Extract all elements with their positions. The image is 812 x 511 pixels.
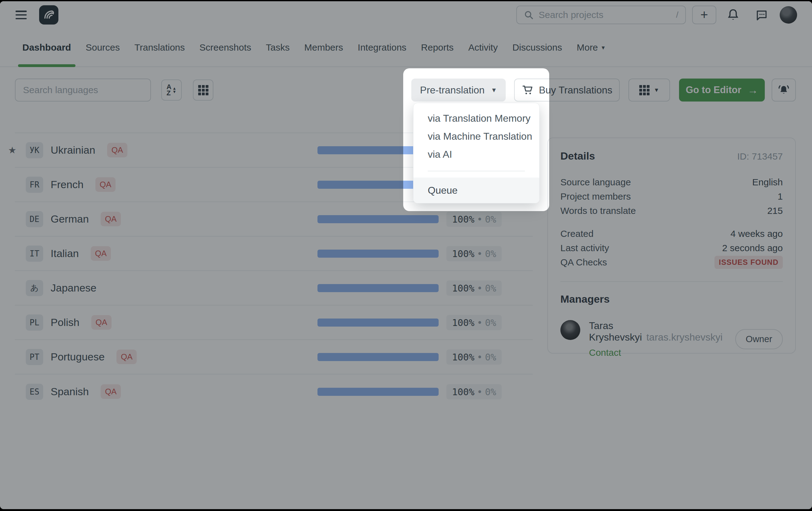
user-avatar[interactable] (780, 6, 797, 24)
watch-project-button[interactable] (772, 79, 796, 101)
crowdin-logo[interactable] (39, 5, 58, 25)
details-rows-top: Source language English Project members … (560, 175, 783, 218)
app-window: / + Dashboard Sources (0, 1, 812, 509)
approved-percent: 0% (485, 248, 496, 259)
menu-items: via Translation Memory via Machine Trans… (413, 109, 539, 163)
details-row: Words to translate 215 (560, 204, 783, 218)
nav-tab[interactable]: Tasks (266, 29, 290, 66)
translated-percent: 100% (452, 248, 474, 259)
qa-issues-badge[interactable]: QA (100, 212, 121, 226)
translation-progress-bar (317, 284, 439, 292)
details-rows-bottom: Created 4 weeks ago Last activity 2 seco… (560, 227, 783, 269)
chevron-down-icon: ▾ (602, 44, 605, 51)
search-projects-input[interactable] (539, 10, 676, 20)
dashboard-toolbar: AZ ▲▼ Pre-translation ▼ Buy Translations… (0, 79, 812, 101)
grid-view-button[interactable] (193, 80, 213, 100)
progress-percent-label: 100%•0% (446, 280, 502, 296)
manager-name[interactable]: Taras Kryshevskyi (589, 320, 642, 343)
translation-progress-bar (317, 353, 439, 361)
details-row: Last activity 2 seconds ago (560, 241, 783, 255)
manager-handle: taras.kryshevskyi (646, 332, 723, 343)
language-row[interactable]: DE German QA 100%•0% (15, 202, 533, 237)
grid-icon (198, 85, 208, 95)
cart-icon (522, 84, 533, 96)
search-icon (524, 10, 534, 20)
pre-translation-button[interactable]: Pre-translation ▼ (411, 79, 506, 101)
hamburger-menu-icon[interactable] (16, 10, 27, 19)
contact-link[interactable]: Contact (589, 348, 621, 358)
bell-ring-icon (777, 84, 790, 96)
menu-item[interactable]: via Translation Memory (413, 109, 539, 127)
manager-row: Taras Kryshevskyitaras.kryshevskyi Conta… (560, 320, 783, 358)
language-name: Ukrainian (51, 144, 95, 156)
chevron-down-icon: ▼ (654, 87, 660, 93)
progress-percent-label: 100%•0% (446, 315, 502, 330)
menu-item[interactable]: via Machine Translation (413, 127, 539, 145)
language-row[interactable]: ES Spanish QA 100%•0% (15, 374, 533, 409)
top-bar: / + (0, 1, 812, 29)
nav-tab[interactable]: Screenshots (199, 29, 251, 66)
language-name: Portuguese (51, 351, 105, 363)
buy-translations-button[interactable]: Buy Translations (514, 79, 620, 101)
owner-role-button[interactable]: Owner (735, 329, 783, 349)
nav-tab[interactable]: More ▾ (577, 29, 605, 66)
arrow-right-icon: → (748, 84, 758, 96)
nav-tab[interactable]: Dashboard (22, 29, 71, 66)
panel-divider (560, 281, 783, 282)
language-code-badge: FR (26, 177, 43, 193)
crowdin-bird-icon (42, 8, 56, 22)
favorite-star-icon[interactable]: ★ (8, 145, 17, 155)
translation-progress-bar (317, 319, 439, 327)
details-row: Source language English (560, 175, 783, 189)
translated-percent: 100% (452, 214, 474, 224)
pre-translation-menu: via Translation Memory via Machine Trans… (413, 103, 540, 203)
project-nav-tabs: Dashboard Sources Translations Screensho… (0, 29, 812, 67)
manager-avatar[interactable] (560, 320, 580, 340)
grid-icon (639, 85, 649, 95)
qa-issues-badge[interactable]: QA (100, 384, 121, 399)
qa-issues-badge[interactable]: QA (91, 246, 111, 261)
translated-percent: 100% (452, 352, 474, 362)
sort-az-icon: AZ (167, 84, 171, 96)
language-row[interactable]: あ Japanese 100%•0% (15, 271, 533, 305)
nav-tab[interactable]: Sources (86, 29, 120, 66)
approved-percent: 0% (485, 317, 496, 328)
qa-issues-badge[interactable]: QA (107, 143, 128, 157)
progress-percent-label: 100%•0% (446, 211, 502, 227)
sort-az-button[interactable]: AZ ▲▼ (161, 80, 182, 100)
translated-percent: 100% (452, 282, 474, 293)
bell-icon (726, 8, 740, 22)
language-name: German (51, 213, 89, 225)
qa-issues-badge[interactable]: QA (91, 315, 112, 330)
language-code-badge: あ (26, 280, 43, 296)
issues-found-badge[interactable]: ISSUES FOUND (715, 256, 783, 269)
nav-tab[interactable]: Members (304, 29, 343, 66)
go-to-editor-button[interactable]: Go to Editor → (679, 79, 765, 101)
nav-tab[interactable]: Discussions (512, 29, 562, 66)
menu-item[interactable]: via AI (413, 145, 539, 163)
search-languages-input[interactable] (23, 85, 143, 95)
qa-issues-badge[interactable]: QA (116, 350, 137, 364)
language-row[interactable]: IT Italian QA 100%•0% (15, 237, 533, 271)
language-row[interactable]: PL Polish QA 100%•0% (15, 305, 533, 340)
translated-percent: 100% (452, 386, 474, 397)
language-row[interactable]: PT Portuguese QA 100%•0% (15, 340, 533, 374)
language-code-badge: ES (26, 384, 43, 400)
language-name: Italian (51, 247, 79, 260)
language-search (15, 79, 151, 101)
approved-percent: 0% (485, 386, 496, 397)
nav-tab[interactable]: Integrations (358, 29, 407, 66)
nav-tab[interactable]: Translations (135, 29, 185, 66)
language-name: Spanish (51, 386, 89, 398)
qa-issues-badge[interactable]: QA (95, 177, 116, 192)
notifications-button[interactable] (725, 7, 741, 23)
chat-bubble-icon (755, 8, 768, 22)
nav-tab[interactable]: Activity (468, 29, 498, 66)
language-name: Polish (51, 317, 80, 328)
nav-tab[interactable]: Reports (421, 29, 454, 66)
menu-item-queue[interactable]: Queue (413, 178, 539, 203)
language-code-badge: IT (26, 246, 43, 262)
view-switcher-button[interactable]: ▼ (629, 79, 670, 101)
messages-button[interactable] (754, 7, 770, 23)
create-project-button[interactable]: + (692, 6, 716, 24)
